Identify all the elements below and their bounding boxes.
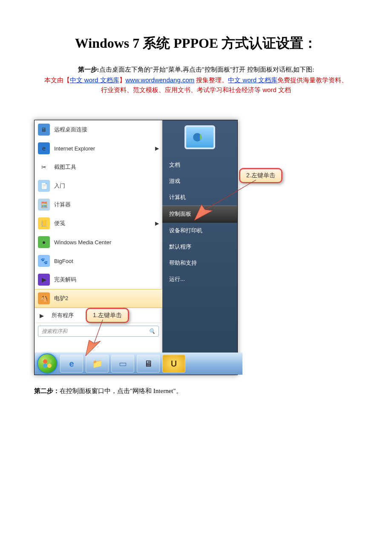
step2-line: 第二步：在控制面板窗口中，点击"网络和 Internet"。 bbox=[34, 387, 358, 395]
callout-1: 1.左键单击 bbox=[86, 308, 129, 323]
right-item-7[interactable]: 运行... bbox=[162, 271, 237, 287]
step1-label: 第一步: bbox=[78, 66, 99, 73]
program-item-7[interactable]: 🐾BigFoot bbox=[35, 251, 162, 270]
media-center-icon: ● bbox=[38, 236, 50, 248]
wendang-link-2[interactable]: 中文 word 文档库 bbox=[228, 76, 277, 84]
bigfoot-icon: 🐾 bbox=[38, 255, 50, 267]
program-label: Internet Explorer bbox=[54, 145, 95, 152]
right-item-4[interactable]: 设备和打印机 bbox=[162, 223, 237, 239]
snipping-icon: ✂ bbox=[38, 161, 50, 173]
right-item-0[interactable]: 文档 bbox=[162, 157, 237, 173]
attribution-line1: 本文由【中文 word 文档库】www.wordwendang.com 搜集整理… bbox=[34, 76, 358, 84]
program-item-6[interactable]: ●Windows Media Center bbox=[35, 233, 162, 251]
program-label: BigFoot bbox=[54, 258, 73, 264]
attribution-line2: 行业资料、范文模板、应用文书、考试学习和社会经济等 word 文档 bbox=[34, 86, 358, 94]
wendang-link-1[interactable]: 中文 word 文档库 bbox=[70, 76, 119, 84]
program-item-0[interactable]: 🖥远程桌面连接 bbox=[35, 120, 162, 139]
start-button[interactable] bbox=[37, 353, 58, 374]
wendang-url[interactable]: www.wordwendang.com bbox=[126, 76, 195, 84]
triangle-icon: ▶ bbox=[40, 312, 44, 319]
user-picture[interactable] bbox=[184, 125, 215, 149]
decoder-icon: ▶ bbox=[38, 274, 50, 286]
taskbar-ie-icon[interactable]: e bbox=[60, 355, 83, 373]
program-label: 截图工具 bbox=[54, 163, 76, 171]
right-item-1[interactable]: 游戏 bbox=[162, 173, 237, 189]
document-title: Windows 7 系统 PPPOE 方式认证设置： bbox=[34, 34, 358, 53]
ie-icon: e bbox=[38, 142, 50, 154]
step2-label: 第二步： bbox=[34, 387, 60, 394]
search-icon: 🔍 bbox=[149, 328, 155, 334]
step1-text: 点击桌面左下角的"开始"菜单,再点击"控制面板"打开 控制面板对话框,如下图: bbox=[99, 66, 314, 73]
all-programs-label: 所有程序 bbox=[52, 312, 74, 319]
svg-point-3 bbox=[43, 364, 47, 368]
search-placeholder: 搜索程序和 bbox=[42, 328, 67, 335]
program-item-3[interactable]: 📄入门 bbox=[35, 176, 162, 195]
step1-line: 第一步:点击桌面左下角的"开始"菜单,再点击"控制面板"打开 控制面板对话框,如… bbox=[34, 66, 358, 74]
right-item-6[interactable]: 帮助和支持 bbox=[162, 255, 237, 271]
program-item-9[interactable]: 🐴电驴2 bbox=[35, 289, 162, 308]
program-label: 入门 bbox=[54, 182, 65, 190]
right-item-5[interactable]: 默认程序 bbox=[162, 239, 237, 255]
search-input[interactable]: 搜索程序和 🔍 bbox=[38, 326, 159, 337]
sticky-notes-icon: 📒 bbox=[38, 217, 50, 229]
calculator-icon: 🧮 bbox=[38, 199, 50, 211]
right-item-2[interactable]: 计算机 bbox=[162, 189, 237, 205]
emule-icon: 🐴 bbox=[38, 292, 50, 304]
program-label: 便笺 bbox=[54, 220, 65, 227]
right-item-3[interactable]: 控制面板 bbox=[162, 205, 237, 223]
program-label: 计算器 bbox=[54, 201, 71, 208]
program-label: 完美解码 bbox=[54, 276, 76, 283]
submenu-arrow-icon: ▶ bbox=[155, 145, 159, 151]
program-item-4[interactable]: 🧮计算器 bbox=[35, 195, 162, 214]
program-item-5[interactable]: 📒便笺▶ bbox=[35, 214, 162, 233]
getting-started-icon: 📄 bbox=[38, 180, 50, 192]
taskbar: e 📁 ▭ 🖥 U bbox=[35, 353, 242, 375]
program-item-1[interactable]: eInternet Explorer▶ bbox=[35, 139, 162, 158]
program-label: Windows Media Center bbox=[54, 239, 111, 246]
svg-point-4 bbox=[47, 364, 52, 368]
program-item-2[interactable]: ✂截图工具 bbox=[35, 158, 162, 176]
taskbar-window-icon[interactable]: ▭ bbox=[111, 355, 134, 373]
callout-2: 2.左键单击 bbox=[239, 168, 282, 183]
submenu-arrow-icon: ▶ bbox=[155, 220, 159, 226]
taskbar-explorer-icon[interactable]: 📁 bbox=[86, 355, 109, 373]
step2-text: 在控制面板窗口中，点击"网络和 Internet"。 bbox=[60, 387, 182, 394]
svg-point-1 bbox=[43, 359, 47, 364]
start-menu-screenshot: 🖥远程桌面连接eInternet Explorer▶✂截图工具📄入门🧮计算器📒便… bbox=[34, 120, 238, 375]
taskbar-ue-icon[interactable]: U bbox=[162, 355, 185, 373]
svg-point-2 bbox=[47, 359, 52, 364]
program-item-8[interactable]: ▶完美解码 bbox=[35, 270, 162, 289]
remote-desktop-icon: 🖥 bbox=[38, 124, 50, 136]
taskbar-app-icon[interactable]: 🖥 bbox=[137, 355, 160, 373]
program-label: 电驴2 bbox=[54, 295, 68, 302]
start-menu-right-panel: 文档游戏计算机控制面板设备和打印机默认程序帮助和支持运行... bbox=[162, 120, 237, 353]
program-label: 远程桌面连接 bbox=[54, 126, 87, 133]
